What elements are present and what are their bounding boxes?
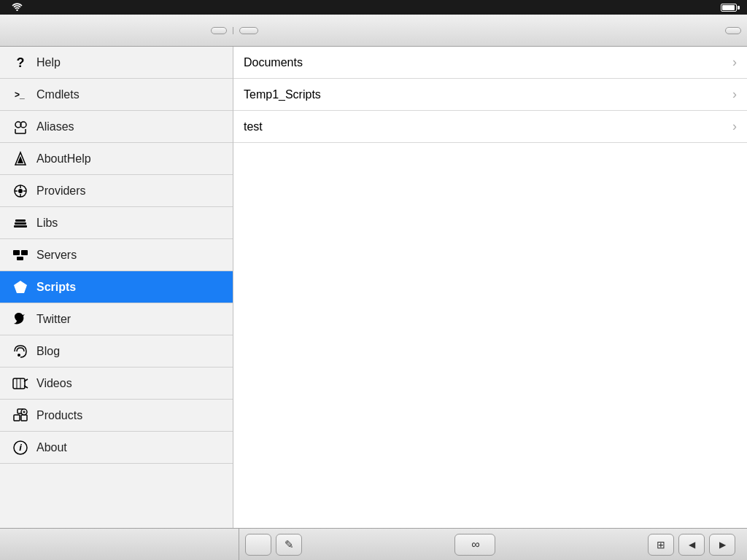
sidebar-item-products[interactable]: Products [0,400,233,432]
battery-icon [721,4,740,12]
edit-file-button[interactable]: ✎ [276,534,302,556]
list-item-label-documents: Documents [244,56,303,69]
products-icon [10,408,31,424]
svg-rect-21 [17,257,23,260]
svg-rect-16 [14,225,27,228]
aliases-icon [10,119,31,135]
svg-text:i: i [19,442,22,453]
select-button[interactable] [725,27,741,34]
help-icon: ? [10,55,31,71]
servers-icon [10,247,31,263]
link-button[interactable]: ∞ [454,534,495,556]
status-bar [0,0,747,15]
edit-file-icon: ✎ [285,538,294,551]
svg-rect-24 [13,378,25,389]
prev-icon: ◀ [689,540,695,550]
sidebar-item-cmdlets[interactable]: >_Cmdlets [0,79,233,111]
svg-point-0 [16,9,18,10]
sidebar-label-abouthelp: AboutHelp [36,152,91,166]
status-bar-left [7,2,23,13]
svg-rect-20 [21,250,28,255]
nav-left [0,27,233,34]
sidebar-label-videos: Videos [36,377,72,390]
sidebar-item-aliases[interactable]: Aliases [0,111,233,143]
sidebar-label-providers: Providers [36,184,86,198]
sidebar-label-cmdlets: Cmdlets [36,88,80,101]
chevron-icon-test: › [732,119,737,134]
sidebar-label-products: Products [36,409,82,422]
svg-marker-22 [14,281,27,293]
svg-text:?: ? [17,55,25,70]
svg-rect-29 [14,415,20,421]
svg-rect-17 [15,222,26,225]
grid-button[interactable]: ⊞ [648,534,674,556]
svg-text:>_: >_ [15,90,25,100]
list-item-temp1scripts[interactable]: Temp1_Scripts› [233,79,747,111]
sidebar-item-providers[interactable]: Providers [0,175,233,207]
sidebar-item-libs[interactable]: Libs [0,207,233,239]
chevron-icon-documents: › [732,55,737,70]
sidebar-label-libs: Libs [36,217,58,230]
prev-button[interactable]: ◀ [678,534,705,556]
sidebar-label-servers: Servers [36,249,77,262]
sidebar-label-scripts: Scripts [36,281,76,294]
sidebar-label-twitter: Twitter [36,313,71,326]
sidebar-label-aliases: Aliases [36,120,74,133]
svg-point-11 [18,189,23,193]
blog-icon [10,343,31,359]
sidebar-item-servers[interactable]: Servers [0,239,233,271]
sidebar-label-help: Help [36,56,61,69]
sidebar: ?Help>_CmdletsAliasesAboutHelpProvidersL… [0,47,233,528]
about-icon: i [10,440,31,456]
sidebar-label-about: About [36,441,67,454]
abouthelp-icon [10,151,31,167]
sidebar-item-scripts[interactable]: Scripts [0,271,233,303]
grid-icon: ⊞ [657,539,665,551]
sidebar-item-twitter[interactable]: Twitter [0,303,233,335]
list-item-documents[interactable]: Documents› [233,47,747,79]
libs-icon [10,215,31,231]
next-button[interactable]: ▶ [709,534,735,556]
list-item-label-test: test [244,120,263,133]
next-icon: ▶ [719,540,726,550]
breadcrumb-button[interactable] [239,27,258,34]
sidebar-label-blog: Blog [36,345,60,358]
svg-rect-18 [15,219,26,222]
content-area: ?Help>_CmdletsAliasesAboutHelpProvidersL… [0,47,747,528]
edit-button[interactable] [211,27,227,34]
list-spacer [233,143,747,528]
nav-bar [0,15,747,47]
svg-rect-30 [21,415,27,421]
twitter-icon [10,311,31,327]
scripts-icon [10,279,31,295]
svg-point-23 [18,354,20,357]
sidebar-item-abouthelp[interactable]: AboutHelp [0,143,233,175]
list-item-test[interactable]: test› [233,111,747,143]
sidebar-toolbar-area [6,529,239,560]
wifi-icon [12,2,23,13]
toolbar-left-group: ✎ [245,534,302,556]
toolbar-center-group: ∞ [454,534,495,556]
bottom-toolbar: ✎ ∞ ⊞ ◀ ▶ [0,528,747,560]
sidebar-item-about[interactable]: iAbout [0,432,233,464]
list-item-label-temp1scripts: Temp1_Scripts [244,88,321,101]
status-bar-right [718,4,740,12]
add-button[interactable] [245,534,271,556]
link-icon: ∞ [471,538,478,551]
main-panel: Documents›Temp1_Scripts›test› [233,47,747,528]
cmdlets-icon: >_ [10,87,31,103]
svg-rect-19 [13,250,20,255]
right-toolbar-area: ✎ ∞ ⊞ ◀ ▶ [239,534,741,556]
toolbar-right-group: ⊞ ◀ ▶ [648,534,735,556]
providers-icon [10,183,31,199]
sidebar-item-help[interactable]: ?Help [0,47,233,79]
videos-icon [10,376,31,392]
sidebar-item-blog[interactable]: Blog [0,335,233,368]
chevron-icon-temp1scripts: › [732,87,737,102]
sidebar-item-videos[interactable]: Videos [0,368,233,400]
nav-right [233,27,747,34]
